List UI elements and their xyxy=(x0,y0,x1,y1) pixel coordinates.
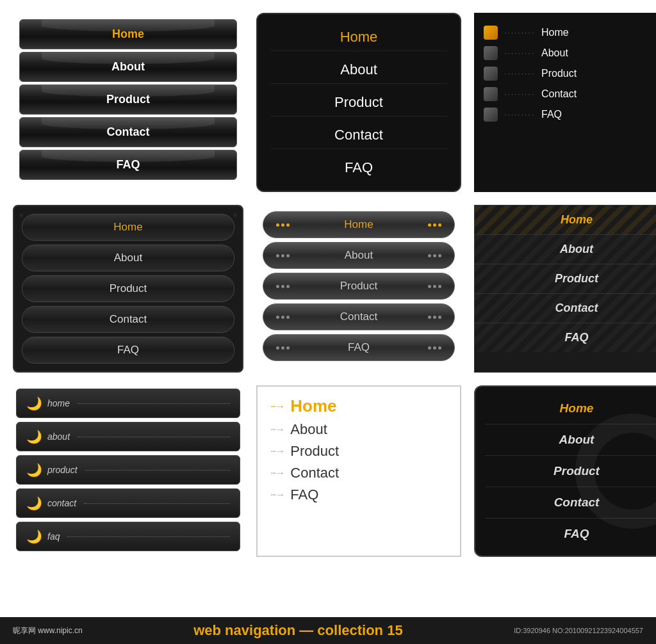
dot6 xyxy=(438,223,441,227)
menu-style-7: 🌙 home 🌙 about 🌙 product 🌙 contact 🌙 xyxy=(13,385,243,557)
menu6-home[interactable]: Home xyxy=(475,205,656,235)
canvas: Home About Product Contact FAQ Home Abou… xyxy=(0,0,656,608)
menu-style-1: Home About Product Contact FAQ xyxy=(13,13,243,192)
product-dots: ········· xyxy=(504,69,535,78)
bottom-bar: 昵享网 www.nipic.cn web navigation — collec… xyxy=(0,617,656,644)
menu4-home[interactable]: Home xyxy=(22,214,234,241)
menu6-about[interactable]: About xyxy=(475,235,656,264)
moon-icon-home: 🌙 xyxy=(26,396,42,411)
menu2-home[interactable]: Home xyxy=(270,24,447,51)
menu5-product[interactable]: Product xyxy=(263,273,455,300)
product-line xyxy=(85,470,230,471)
menu8-home-label: Home xyxy=(290,396,336,416)
arrow-home: ···→ xyxy=(270,401,284,412)
contact-line xyxy=(84,503,230,504)
menu9-faq[interactable]: FAQ xyxy=(485,522,656,546)
menu8-product[interactable]: ···→ Product xyxy=(270,443,447,460)
menu1-contact[interactable]: Contact xyxy=(19,117,237,147)
menu2-faq[interactable]: FAQ xyxy=(270,154,447,181)
moon-icon-product: 🌙 xyxy=(26,462,42,478)
menu3-about[interactable]: ········· About xyxy=(484,43,656,63)
product-icon xyxy=(484,67,498,81)
menu8-contact[interactable]: ···→ Contact xyxy=(270,465,447,481)
menu6-product[interactable]: Product xyxy=(475,264,656,294)
id-info: ID:3920946 NO:20100921223924004557 xyxy=(514,627,643,634)
menu3-about-label: About xyxy=(541,47,568,59)
menu7-about-label: about xyxy=(47,431,70,442)
menu7-faq-label: faq xyxy=(47,531,60,542)
menu8-faq[interactable]: ···→ FAQ xyxy=(270,487,447,503)
menu-style-5: Home About xyxy=(256,205,461,373)
menu4-product[interactable]: Product xyxy=(22,275,234,302)
menu3-contact-label: Contact xyxy=(541,88,577,100)
arrow-faq: ···→ xyxy=(270,489,284,501)
menu9-product[interactable]: Product xyxy=(485,459,656,483)
moon-icon-contact: 🌙 xyxy=(26,495,42,511)
menu-style-3: ········· Home ········· About ·········… xyxy=(474,13,656,192)
menu5-about[interactable]: About xyxy=(263,242,455,269)
menu3-product[interactable]: ········· Product xyxy=(484,63,656,84)
menu7-contact-label: contact xyxy=(47,498,76,508)
menu5-about-label: About xyxy=(345,249,373,262)
contact-dots: ········· xyxy=(504,90,535,99)
menu7-product-label: product xyxy=(47,465,78,475)
faq-dots: ········· xyxy=(504,110,535,119)
faq-line xyxy=(67,536,230,537)
menu3-faq[interactable]: ········· FAQ xyxy=(484,104,656,125)
menu8-faq-label: FAQ xyxy=(290,487,318,503)
menu2-product[interactable]: Product xyxy=(270,89,447,117)
menu7-home-label: home xyxy=(47,398,70,408)
menu4-contact[interactable]: Contact xyxy=(22,306,234,333)
about-dots-right xyxy=(428,254,441,257)
menu3-home[interactable]: ········· Home xyxy=(484,22,656,43)
menu8-about[interactable]: ···→ About xyxy=(270,421,447,438)
menu7-faq[interactable]: 🌙 faq xyxy=(16,522,240,551)
menu7-home[interactable]: 🌙 home xyxy=(16,389,240,418)
home-dots: ········· xyxy=(504,28,535,37)
collection-title: web navigation — collection 15 xyxy=(193,622,402,639)
menu5-home[interactable]: Home xyxy=(263,211,455,238)
menu1-faq[interactable]: FAQ xyxy=(19,150,237,180)
menu5-contact[interactable]: Contact xyxy=(263,303,455,330)
dot2 xyxy=(281,223,284,227)
menu8-product-label: Product xyxy=(290,443,339,460)
site-info: 昵享网 www.nipic.cn xyxy=(13,625,83,636)
dot4 xyxy=(428,223,431,227)
menu4-about[interactable]: About xyxy=(22,245,234,271)
menu6-contact[interactable]: Contact xyxy=(475,294,656,323)
menu6-faq[interactable]: FAQ xyxy=(475,323,656,352)
home-line xyxy=(78,403,230,404)
dot3 xyxy=(286,223,290,227)
faq-icon xyxy=(484,108,498,122)
menu2-contact[interactable]: Contact xyxy=(270,122,447,149)
dot5 xyxy=(433,223,436,227)
home-dots-left xyxy=(276,223,290,227)
menu1-product[interactable]: Product xyxy=(19,85,237,115)
menu4-faq[interactable]: FAQ xyxy=(22,337,234,364)
menu9-about[interactable]: About xyxy=(485,428,656,452)
moon-icon-about: 🌙 xyxy=(26,429,42,444)
menu1-home[interactable]: Home xyxy=(19,19,237,49)
menu5-faq[interactable]: FAQ xyxy=(263,334,455,361)
menu2-about[interactable]: About xyxy=(270,56,447,84)
menu5-product-label: Product xyxy=(340,280,378,293)
menu-style-4: Home About Product Contact FAQ xyxy=(13,205,243,373)
home-icon xyxy=(484,26,498,40)
menu3-faq-label: FAQ xyxy=(541,109,562,120)
dot1 xyxy=(276,223,279,227)
contact-icon xyxy=(484,87,498,101)
menu7-contact[interactable]: 🌙 contact xyxy=(16,488,240,518)
arrow-contact: ···→ xyxy=(270,467,284,479)
home-dots-right xyxy=(428,223,441,227)
menu7-product[interactable]: 🌙 product xyxy=(16,455,240,485)
menu9-home[interactable]: Home xyxy=(485,396,656,421)
menu3-product-label: Product xyxy=(541,68,577,79)
menu9-contact[interactable]: Contact xyxy=(485,490,656,515)
menu-style-6: Home About Product Contact FAQ xyxy=(474,205,656,373)
menu-style-8: ···→ Home ···→ About ···→ Product ···→ xyxy=(256,385,461,557)
menu3-contact[interactable]: ········· Contact xyxy=(484,84,656,104)
menu1-about[interactable]: About xyxy=(19,52,237,82)
about-line xyxy=(78,437,230,437)
menu8-home[interactable]: ···→ Home xyxy=(270,396,447,416)
menu7-about[interactable]: 🌙 about xyxy=(16,422,240,451)
